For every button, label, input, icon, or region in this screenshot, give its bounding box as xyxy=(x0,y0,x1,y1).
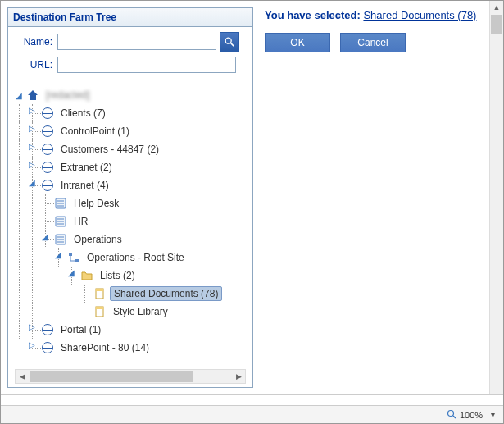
globe-icon xyxy=(41,107,54,120)
right-panel: You have selected: Shared Documents (78)… xyxy=(253,1,503,394)
ok-button[interactable]: OK xyxy=(265,33,330,52)
tree-node-clients[interactable]: ▷ Clients (7) xyxy=(13,104,249,122)
cancel-button[interactable]: Cancel xyxy=(340,33,406,52)
tree-node-style-library[interactable]: Style Library xyxy=(13,303,249,321)
tree-node-customers[interactable]: ▷ Customers - 44847 (2) xyxy=(13,140,249,158)
panel-title: Destination Farm Tree xyxy=(8,8,252,27)
tree-node-controlpoint[interactable]: ▷ ControlPoint (1) xyxy=(13,122,249,140)
svg-rect-17 xyxy=(96,289,103,291)
home-icon xyxy=(26,89,39,102)
svg-point-20 xyxy=(447,410,453,416)
expander-icon[interactable]: ◢ xyxy=(13,89,25,101)
expander-icon[interactable]: ▷ xyxy=(26,340,38,351)
tree-node-label: Portal (1) xyxy=(57,323,104,336)
tree-node-intranet[interactable]: ◢ Intranet (4) xyxy=(13,176,249,194)
tree-node-label: Customers - 44847 (2) xyxy=(57,143,162,156)
folder-icon xyxy=(80,269,93,282)
tree-node-lists[interactable]: ◢ Lists (2) xyxy=(13,267,249,285)
globe-icon xyxy=(41,323,54,336)
tree-node-portal[interactable]: ▷ Portal (1) xyxy=(13,321,249,339)
tree-node-operations[interactable]: ◢ Operations xyxy=(13,230,249,248)
tree-node-sharepoint[interactable]: ▷ SharePoint - 80 (14) xyxy=(13,339,249,357)
tree-node-label: Help Desk xyxy=(70,197,122,210)
tree-root-label: [redacted] xyxy=(43,89,93,102)
name-label: Name: xyxy=(15,36,57,48)
expander-icon[interactable]: ◢ xyxy=(52,249,64,261)
destination-tree-panel: Destination Farm Tree Name: URL: xyxy=(7,7,253,388)
tree-node-label: Style Library xyxy=(110,305,171,318)
url-input[interactable] xyxy=(57,57,236,73)
zoom-icon xyxy=(447,409,456,421)
list-icon xyxy=(54,215,67,228)
subsite-icon xyxy=(67,251,80,264)
tree-node-label: Lists (2) xyxy=(97,269,138,282)
expander-icon[interactable]: ◢ xyxy=(26,177,38,189)
url-label: URL: xyxy=(15,59,57,71)
svg-line-1 xyxy=(231,43,234,47)
selection-line: You have selected: Shared Documents (78) xyxy=(265,9,495,21)
selection-prefix: You have selected: xyxy=(265,9,361,21)
expander-icon[interactable]: ▷ xyxy=(26,141,38,153)
svg-line-21 xyxy=(453,416,456,418)
zoom-value: 100% xyxy=(460,410,483,420)
tree-node-label: Extranet (2) xyxy=(57,161,116,174)
tree-node-label: Clients (7) xyxy=(57,107,109,120)
window: Destination Farm Tree Name: URL: xyxy=(0,0,504,424)
svg-point-0 xyxy=(225,38,231,43)
expander-icon[interactable]: ◢ xyxy=(39,231,51,243)
globe-icon xyxy=(41,161,54,174)
expander-icon[interactable]: ▷ xyxy=(26,123,38,134)
scroll-up-icon[interactable]: ▲ xyxy=(490,1,503,14)
tree-node-label: Shared Documents (78) xyxy=(110,286,222,301)
search-fields: Name: URL: xyxy=(8,27,252,83)
horizontal-scrollbar[interactable]: ◀ ▶ xyxy=(15,369,246,384)
status-bar: 100% ▼ xyxy=(1,405,503,423)
svg-rect-19 xyxy=(96,307,103,309)
tree-node-label: Operations xyxy=(70,233,125,246)
selection-link[interactable]: Shared Documents (78) xyxy=(363,9,476,21)
globe-icon xyxy=(41,179,54,192)
search-button[interactable] xyxy=(220,32,239,52)
svg-rect-14 xyxy=(69,253,72,256)
tree[interactable]: ◢ [redacted] ▷ Clients (7) ▷ Cont xyxy=(8,83,252,369)
scroll-right-icon[interactable]: ▶ xyxy=(232,370,245,383)
document-library-icon xyxy=(93,305,107,318)
globe-icon xyxy=(41,143,54,156)
list-icon xyxy=(54,233,67,246)
name-input[interactable] xyxy=(57,34,216,50)
svg-rect-15 xyxy=(75,259,79,262)
tree-node-shared-documents[interactable]: Shared Documents (78) xyxy=(13,285,249,303)
scroll-left-icon[interactable]: ◀ xyxy=(16,370,29,383)
content-area: Destination Farm Tree Name: URL: xyxy=(1,1,503,395)
tree-node-operations-root[interactable]: ◢ Operations - Root Site xyxy=(13,248,249,267)
tree-root[interactable]: ◢ [redacted] xyxy=(13,86,249,104)
zoom-dropdown-icon[interactable]: ▼ xyxy=(489,411,497,419)
tree-node-label: Operations - Root Site xyxy=(84,251,188,264)
search-icon xyxy=(224,36,235,48)
globe-icon xyxy=(41,341,54,354)
expander-icon[interactable]: ◢ xyxy=(66,267,77,279)
tree-node-helpdesk[interactable]: Help Desk xyxy=(13,194,249,212)
list-icon xyxy=(54,197,67,210)
expander-icon[interactable]: ▷ xyxy=(26,159,38,171)
vertical-scrollbar[interactable]: ▲ xyxy=(489,1,503,394)
tree-node-hr[interactable]: HR xyxy=(13,212,249,230)
tree-node-extranet[interactable]: ▷ Extranet (2) xyxy=(13,158,249,176)
globe-icon xyxy=(41,125,54,138)
tree-node-label: Intranet (4) xyxy=(57,179,112,192)
tree-node-label: ControlPoint (1) xyxy=(57,125,133,138)
expander-icon[interactable]: ▷ xyxy=(26,105,38,116)
expander-icon[interactable]: ▷ xyxy=(26,321,38,333)
tree-node-label: HR xyxy=(70,215,91,228)
tree-node-label: SharePoint - 80 (14) xyxy=(57,341,152,354)
document-library-icon xyxy=(93,287,107,300)
